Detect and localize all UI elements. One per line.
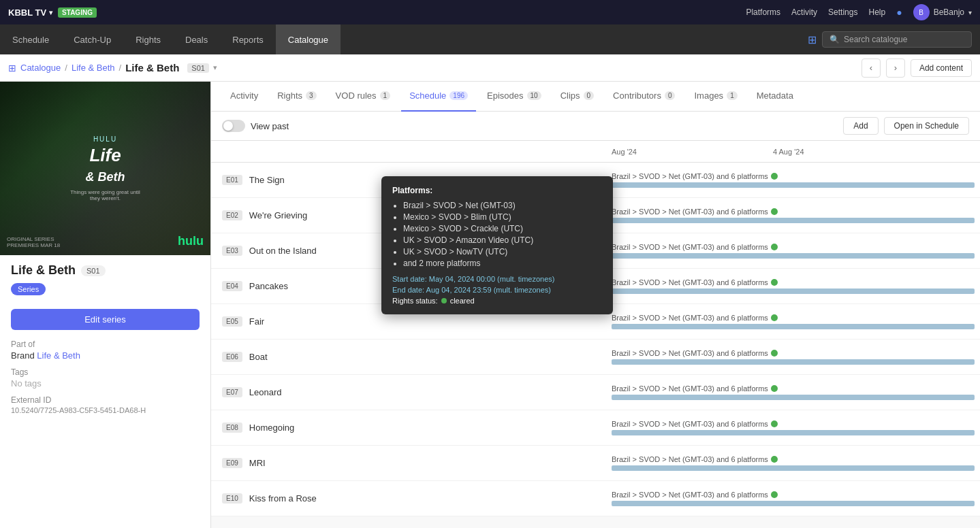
show-title: Life & Beth S01 <box>11 263 200 278</box>
tab-activity[interactable]: Activity <box>222 82 266 112</box>
episode-info: E08 Homegoing <box>211 423 606 433</box>
episode-schedule[interactable]: Brazil > SVOD > Net (GMT-03) and 6 platf… <box>606 382 980 403</box>
nav-deals[interactable]: Deals <box>173 24 220 54</box>
episode-title[interactable]: Homegoing <box>249 423 295 433</box>
edit-series-button[interactable]: Edit series <box>11 309 200 330</box>
schedule-text: Brazil > SVOD > Net (GMT-03) and 6 platf… <box>612 384 975 393</box>
type-label: Series <box>11 283 46 295</box>
episode-info: E06 Boat <box>211 352 606 362</box>
episode-schedule[interactable]: Brazil > SVOD > Net (GMT-03) and 6 platf… <box>606 169 980 191</box>
tabs-bar: Activity Rights 3 VOD rules 1 Schedule 1… <box>211 82 980 112</box>
chevron-down-icon[interactable]: ▾ <box>213 63 217 72</box>
cleared-indicator <box>771 385 778 392</box>
tab-schedule[interactable]: Schedule 196 <box>401 82 476 112</box>
settings-nav[interactable]: Settings <box>828 7 857 17</box>
search-box[interactable]: 🔍 Search catalogue <box>822 31 972 48</box>
add-content-button[interactable]: Add content <box>911 59 972 77</box>
poster-image: hulu Life& Beth Things were going great … <box>0 82 210 255</box>
episode-title[interactable]: Leonard <box>249 387 282 397</box>
tab-clips[interactable]: Clips 0 <box>552 82 602 112</box>
cleared-indicator <box>771 420 778 427</box>
timeline-date-1: Aug '24 <box>612 148 637 156</box>
nav-schedule[interactable]: Schedule <box>0 24 61 54</box>
schedule-bar <box>612 430 975 435</box>
tab-vod-rules[interactable]: VOD rules 1 <box>328 82 399 112</box>
nav-catalogue[interactable]: Catalogue <box>276 24 341 54</box>
episode-schedule[interactable]: Brazil > SVOD > Net (GMT-03) and 6 platf… <box>606 417 980 438</box>
table-row: E05 Fair Brazil > SVOD > Net (GMT-03) an… <box>211 304 980 340</box>
episode-schedule[interactable]: Brazil > SVOD > Net (GMT-03) and 6 platf… <box>606 488 980 509</box>
breadcrumb-brand[interactable]: Life & Beth <box>72 63 115 73</box>
poster-text: hulu Life& Beth Things were going great … <box>65 135 146 201</box>
tab-metadata[interactable]: Metadata <box>748 82 802 112</box>
help-nav[interactable]: Help <box>868 7 885 17</box>
platforms-nav[interactable]: Platforms <box>746 7 780 17</box>
avatar: B <box>913 4 930 20</box>
tab-images[interactable]: Images 1 <box>686 82 745 112</box>
episode-title[interactable]: Pancakes <box>249 281 288 291</box>
layout-icon[interactable]: ⊞ <box>808 33 817 46</box>
activity-nav[interactable]: Activity <box>791 7 817 17</box>
episode-code: E04 <box>222 281 242 291</box>
episodes-list: E01 The Sign Brazil > SVOD > Net (GMT-03… <box>211 163 980 516</box>
cleared-indicator <box>771 456 778 463</box>
episode-schedule[interactable]: Brazil > SVOD > Net (GMT-03) and 6 platf… <box>606 452 980 474</box>
grid-icon: ⊞ <box>8 63 16 73</box>
prev-arrow[interactable]: ‹ <box>862 59 881 78</box>
episode-title[interactable]: Out on the Island <box>249 246 317 256</box>
chevron-down-icon: ▾ <box>49 9 52 16</box>
tab-contributors[interactable]: Contributors 0 <box>605 82 683 112</box>
breadcrumb-catalogue[interactable]: Catalogue <box>20 63 61 73</box>
episode-code: E05 <box>222 316 242 327</box>
episode-schedule[interactable]: Brazil > SVOD > Net (GMT-03) and 6 platf… <box>606 276 980 297</box>
episode-code: E02 <box>222 210 242 220</box>
episode-schedule[interactable]: Brazil > SVOD > Net (GMT-03) and 6 platf… <box>606 240 980 261</box>
episode-title[interactable]: Boat <box>249 352 268 362</box>
view-past-switch[interactable] <box>222 120 245 132</box>
brand-link[interactable]: Life & Beth <box>37 350 80 361</box>
table-row: E10 Kiss from a Rose Brazil > SVOD > Net… <box>211 481 980 516</box>
schedule-bar <box>612 501 975 506</box>
poster-network: hulu <box>65 135 146 143</box>
episode-title[interactable]: We're Grieving <box>249 210 307 220</box>
user-menu[interactable]: B BeBanjo ▾ <box>913 4 972 20</box>
next-arrow[interactable]: › <box>886 59 905 78</box>
chevron-right-icon: › <box>894 63 897 73</box>
episode-title[interactable]: Kiss from a Rose <box>249 493 317 504</box>
schedule-text: Brazil > SVOD > Net (GMT-03) and 6 platf… <box>612 314 975 322</box>
nav-reports[interactable]: Reports <box>220 24 276 54</box>
schedule-text: Brazil > SVOD > Net (GMT-03) and 6 platf… <box>612 243 975 251</box>
app-title[interactable]: KBBL TV ▾ <box>8 7 52 18</box>
tab-episodes[interactable]: Episodes 10 <box>479 82 550 112</box>
poster-subtitle: Things were going great until they weren… <box>65 189 146 201</box>
episode-title[interactable]: MRI <box>249 458 266 468</box>
table-row: E08 Homegoing Brazil > SVOD > Net (GMT-0… <box>211 410 980 446</box>
table-row: E01 The Sign Brazil > SVOD > Net (GMT-03… <box>211 163 980 198</box>
episode-title[interactable]: Fair <box>249 316 264 327</box>
episode-info: E02 We're Grieving <box>211 210 606 220</box>
env-badge: STAGING <box>58 7 97 18</box>
sidebar-content: Life & Beth S01 Series Edit series Part … <box>0 255 210 429</box>
nav-catchup[interactable]: Catch-Up <box>61 24 123 54</box>
schedule-bar <box>612 288 975 294</box>
episode-info: E03 Out on the Island <box>211 246 606 256</box>
nav-rights[interactable]: Rights <box>123 24 173 54</box>
tab-rights[interactable]: Rights 3 <box>269 82 324 112</box>
episode-schedule[interactable]: Brazil > SVOD > Net (GMT-03) and 6 platf… <box>606 346 980 367</box>
breadcrumb-actions: ‹ › Add content <box>862 59 972 78</box>
top-nav-right: Platforms Activity Settings Help ● B BeB… <box>746 4 972 20</box>
schedule-bar <box>612 465 975 471</box>
chevron-left-icon: ‹ <box>870 63 872 73</box>
episode-schedule[interactable]: Brazil > SVOD > Net (GMT-03) and 6 platf… <box>606 311 980 332</box>
open-schedule-button[interactable]: Open in Schedule <box>884 117 969 135</box>
sidebar: hulu Life& Beth Things were going great … <box>0 82 211 528</box>
schedule-badge: 196 <box>449 91 468 100</box>
episode-code: E07 <box>222 387 242 397</box>
schedule-bar <box>612 253 975 259</box>
episode-title[interactable]: The Sign <box>249 175 285 185</box>
timeline-header: Aug '24 4 Aug '24 <box>211 141 980 163</box>
episode-schedule[interactable]: Brazil > SVOD > Net (GMT-03) and 6 platf… <box>606 205 980 226</box>
add-button[interactable]: Add <box>843 117 878 135</box>
meta-part-of: Part of Brand Life & Beth <box>11 340 200 361</box>
images-badge: 1 <box>727 91 738 100</box>
